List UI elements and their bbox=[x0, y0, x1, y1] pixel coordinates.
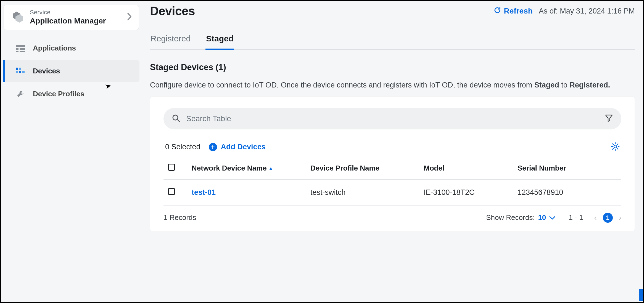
svg-rect-8 bbox=[19, 68, 21, 70]
table-header-row: Network Device Name▲ Device Profile Name… bbox=[163, 157, 621, 180]
device-profile-cell: test-switch bbox=[307, 179, 420, 205]
filter-icon[interactable] bbox=[605, 114, 613, 123]
chevron-right-icon bbox=[127, 12, 132, 22]
show-records-label: Show Records: bbox=[486, 213, 535, 222]
svg-line-13 bbox=[177, 119, 180, 122]
search-icon bbox=[172, 114, 180, 123]
applications-icon bbox=[16, 45, 25, 52]
sidebar-item-label: Devices bbox=[33, 67, 60, 75]
refresh-icon bbox=[493, 6, 501, 16]
svg-rect-4 bbox=[20, 48, 25, 50]
wrench-icon bbox=[16, 90, 25, 98]
add-devices-button[interactable]: + Add Devices bbox=[209, 143, 266, 151]
tab-registered[interactable]: Registered bbox=[150, 31, 191, 49]
plus-icon: + bbox=[209, 143, 217, 151]
search-input[interactable] bbox=[186, 114, 599, 123]
col-header-name[interactable]: Network Device Name▲ bbox=[188, 157, 307, 180]
svg-rect-11 bbox=[22, 71, 25, 73]
next-page-button[interactable]: › bbox=[619, 213, 621, 222]
refresh-button[interactable]: Refresh bbox=[493, 6, 533, 16]
sort-asc-icon: ▲ bbox=[268, 166, 273, 171]
page-size-select[interactable]: 10 bbox=[538, 213, 546, 222]
service-switcher[interactable]: Service Application Manager bbox=[4, 5, 139, 30]
svg-rect-9 bbox=[16, 71, 18, 73]
gear-icon[interactable] bbox=[611, 142, 620, 152]
prev-page-button[interactable]: ‹ bbox=[594, 213, 597, 222]
svg-rect-6 bbox=[20, 51, 25, 52]
page-title: Devices bbox=[150, 4, 195, 18]
tabs: Registered Staged bbox=[150, 31, 635, 50]
sidebar: Service Application Manager Applications… bbox=[1, 1, 142, 302]
main-content: Devices Refresh As of: May 31, 2024 1:16… bbox=[142, 1, 643, 302]
tab-staged[interactable]: Staged bbox=[205, 31, 234, 49]
service-label: Service bbox=[30, 9, 122, 16]
range-text: 1 - 1 bbox=[569, 213, 583, 222]
col-header-model[interactable]: Model bbox=[420, 157, 514, 180]
device-model-cell: IE-3100-18T2C bbox=[420, 179, 514, 205]
col-header-serial[interactable]: Serial Number bbox=[514, 157, 621, 180]
svg-point-14 bbox=[614, 145, 617, 148]
selected-count: 0 Selected bbox=[165, 143, 200, 151]
devices-table: Network Device Name▲ Device Profile Name… bbox=[163, 157, 621, 206]
sidebar-item-label: Applications bbox=[33, 44, 76, 52]
asof-text: As of: May 31, 2024 1:16 PM bbox=[539, 7, 635, 15]
svg-rect-7 bbox=[16, 68, 18, 70]
service-hex-icon bbox=[12, 11, 24, 23]
service-name: Application Manager bbox=[30, 17, 122, 25]
svg-rect-2 bbox=[16, 45, 25, 47]
device-name-link[interactable]: test-01 bbox=[188, 179, 307, 205]
section-description: Configure device to connect to IoT OD. O… bbox=[150, 79, 635, 91]
svg-rect-3 bbox=[16, 48, 19, 50]
sidebar-item-devices[interactable]: Devices bbox=[3, 60, 139, 82]
row-checkbox[interactable] bbox=[168, 188, 175, 195]
add-devices-label: Add Devices bbox=[221, 143, 266, 151]
right-edge-handle[interactable] bbox=[639, 289, 643, 301]
sidebar-item-device-profiles[interactable]: Device Profiles bbox=[3, 83, 139, 105]
sidebar-nav: Applications Devices Device Profiles bbox=[1, 37, 142, 105]
search-bar[interactable] bbox=[163, 108, 621, 129]
table-row: test-01 test-switch IE-3100-18T2C 123456… bbox=[163, 179, 621, 205]
device-serial-cell: 12345678910 bbox=[514, 179, 621, 205]
current-page[interactable]: 1 bbox=[603, 213, 613, 223]
devices-icon bbox=[16, 68, 25, 75]
sidebar-item-label: Device Profiles bbox=[33, 90, 84, 98]
col-header-profile[interactable]: Device Profile Name bbox=[307, 157, 420, 180]
section-title: Staged Devices (1) bbox=[150, 62, 635, 72]
svg-rect-10 bbox=[19, 71, 21, 73]
svg-rect-5 bbox=[16, 51, 19, 52]
chevron-down-icon bbox=[549, 213, 555, 222]
select-all-checkbox[interactable] bbox=[168, 164, 175, 171]
refresh-label: Refresh bbox=[504, 7, 533, 15]
table-card: 0 Selected + Add Devices Network Device … bbox=[150, 97, 635, 231]
records-count: 1 Records bbox=[163, 213, 481, 222]
sidebar-item-applications[interactable]: Applications bbox=[3, 37, 139, 59]
